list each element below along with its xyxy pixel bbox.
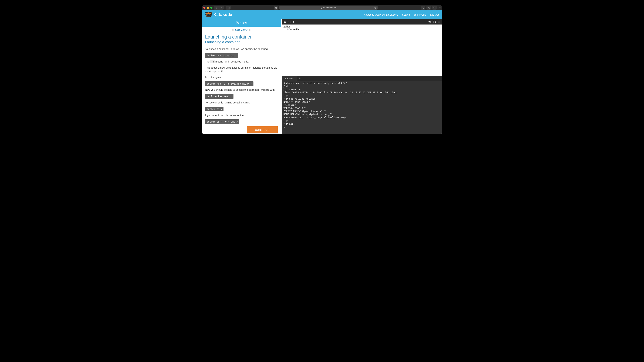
nav-search[interactable]: Search xyxy=(402,13,410,16)
browser-toolbar: katacoda.com + xyxy=(202,5,442,10)
svg-rect-5 xyxy=(433,7,435,8)
url-text: katacoda.com xyxy=(323,6,336,9)
nav-profile[interactable]: Your Profile xyxy=(414,13,426,16)
shield-icon xyxy=(275,6,277,9)
enter-icon: ↵ xyxy=(236,120,238,123)
step-bar: ◀ Step 1 of 3 ▶ xyxy=(202,27,281,33)
step-indicator[interactable]: Step 1 of 3 xyxy=(235,28,248,31)
code-curl[interactable]: curl docker:8081↵ xyxy=(205,94,234,99)
terminal-output[interactable]: $ docker run -it dieterreuter/alpine-arm… xyxy=(282,81,442,134)
enter-icon: ↵ xyxy=(220,108,222,110)
continue-button[interactable]: CONTINUE xyxy=(247,126,278,133)
share-button[interactable] xyxy=(426,6,431,10)
window-traffic-lights xyxy=(203,7,212,9)
ps-paragraph: To see currently running containers run: xyxy=(205,101,278,104)
expand-icon xyxy=(433,21,436,23)
terminal-tabs: Terminal + xyxy=(282,76,442,81)
enter-icon: ↵ xyxy=(250,82,252,85)
caret-down-icon: ◢ xyxy=(284,26,285,28)
share-icon xyxy=(428,7,430,9)
minimize-window-button[interactable] xyxy=(207,7,209,9)
tabs-button[interactable] xyxy=(432,6,437,10)
content-subheading: Launching a container xyxy=(205,40,278,44)
gear-icon xyxy=(438,21,440,23)
prev-step-button[interactable]: ◀ xyxy=(232,28,234,31)
megaphone-icon xyxy=(428,21,431,23)
add-terminal-button[interactable]: + xyxy=(296,76,303,81)
katacoda-mascot-icon xyxy=(205,12,212,18)
refresh-files-button[interactable] xyxy=(288,21,291,23)
workspace-panel: ◢ /files └ Dockerfile Terminal + $ docke… xyxy=(282,19,442,134)
file-row[interactable]: └ Dockerfile xyxy=(286,28,440,31)
top-nav: Katacoda Overview & Solutions Search You… xyxy=(364,13,439,16)
code-run-with-port[interactable]: docker run -d -p 8081:80 nginx↵ xyxy=(205,81,254,86)
tree-branch-icon: └ xyxy=(286,28,288,31)
lesson-title: Basics xyxy=(202,19,281,27)
svg-rect-2 xyxy=(321,7,322,8)
nav-overview[interactable]: Katacoda Overview & Solutions xyxy=(364,13,398,16)
announcements-button[interactable] xyxy=(428,21,431,23)
back-button[interactable] xyxy=(214,6,219,10)
try-again-paragraph: Let's try again: xyxy=(205,75,278,79)
tabs-icon xyxy=(433,7,436,9)
main-split: Basics ◀ Step 1 of 3 ▶ Launching a conta… xyxy=(202,19,442,134)
forward-button[interactable] xyxy=(219,6,224,10)
privacy-shield-button[interactable] xyxy=(274,6,278,10)
no-expose-paragraph: This doesn't allow us to access our ngin… xyxy=(205,66,278,73)
svg-point-9 xyxy=(209,14,210,15)
flag-d-code: -d xyxy=(210,60,215,63)
katacoda-header: Kata<oda Katacoda Overview & Solutions S… xyxy=(202,10,442,19)
trunc-paragraph: If you want to see the whole output: xyxy=(205,113,278,117)
chevron-left-icon xyxy=(216,7,217,9)
nav-logout[interactable]: Log Out xyxy=(430,13,439,16)
instructions-panel: Basics ◀ Step 1 of 3 ▶ Launching a conta… xyxy=(202,19,282,134)
terminal-tab[interactable]: Terminal xyxy=(282,76,296,81)
code-docker-ps-notrunc[interactable]: docker ps --no-trunc↵ xyxy=(205,119,239,124)
folder-row[interactable]: ◢ /files xyxy=(284,25,440,28)
code-run-nginx[interactable]: docker run -d nginx↵ xyxy=(205,53,238,58)
brand-text: Kata<oda xyxy=(214,12,232,17)
sidebar-toggle-button[interactable] xyxy=(226,6,231,10)
refresh-icon xyxy=(288,21,291,23)
maximize-window-button[interactable] xyxy=(210,7,212,9)
url-field[interactable]: katacoda.com xyxy=(280,6,378,10)
next-step-button[interactable]: ▶ xyxy=(249,28,251,31)
reload-button[interactable] xyxy=(374,7,376,9)
svg-rect-0 xyxy=(227,7,230,8)
fullscreen-button[interactable] xyxy=(433,21,436,23)
double-chevron-down-icon xyxy=(292,21,295,23)
intro-paragraph: To launch a container in docker we speci… xyxy=(205,47,278,51)
access-paragraph: Now you should be able to access the bas… xyxy=(205,88,278,92)
content-heading: Launching a container xyxy=(205,34,278,40)
collapse-all-button[interactable] xyxy=(292,21,295,23)
browser-window: katacoda.com + xyxy=(202,5,442,134)
katacoda-logo[interactable]: Kata<oda xyxy=(205,12,232,18)
folder-open-icon xyxy=(284,21,286,23)
open-folder-button[interactable] xyxy=(284,21,286,23)
enter-icon: ↵ xyxy=(230,95,232,98)
svg-rect-7 xyxy=(206,14,211,16)
code-docker-ps[interactable]: docker ps↵ xyxy=(205,107,224,111)
filetree-toolbar xyxy=(282,19,442,24)
enter-icon: ↵ xyxy=(235,54,236,57)
sidebar-icon xyxy=(227,7,230,9)
svg-point-8 xyxy=(207,14,208,15)
lesson-content: Launching a container Launching a contai… xyxy=(202,33,281,134)
new-tab-button[interactable]: + xyxy=(439,6,441,9)
close-window-button[interactable] xyxy=(203,7,206,9)
chevron-right-icon xyxy=(220,7,222,9)
file-tree[interactable]: ◢ /files └ Dockerfile xyxy=(282,24,442,76)
svg-rect-6 xyxy=(434,7,435,8)
reload-icon xyxy=(374,7,376,9)
svg-point-10 xyxy=(438,21,439,22)
lock-icon xyxy=(320,7,322,9)
settings-button[interactable] xyxy=(438,21,440,23)
downloads-button[interactable] xyxy=(421,6,426,10)
folder-name: /files xyxy=(285,25,290,28)
download-icon xyxy=(422,7,424,9)
detached-paragraph: The -d means run in detached mode. xyxy=(205,60,278,63)
file-name: Dockerfile xyxy=(288,28,300,31)
